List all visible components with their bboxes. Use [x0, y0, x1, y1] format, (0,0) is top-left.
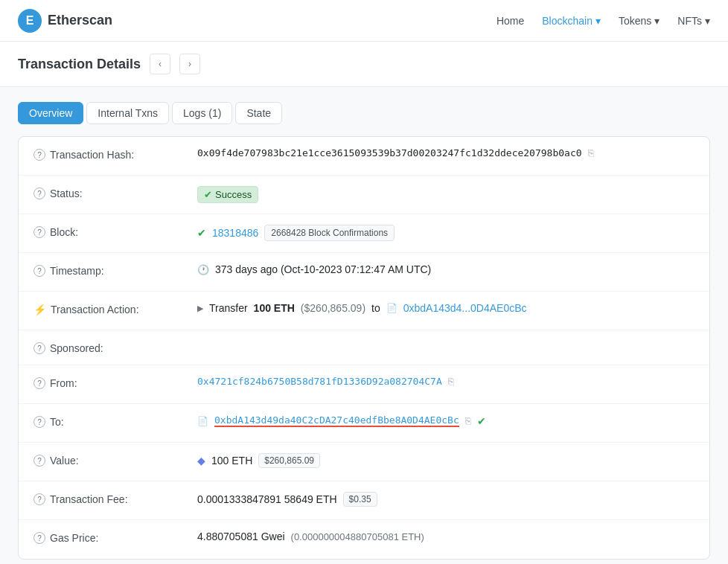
block-check-icon: ✔ — [197, 227, 206, 239]
status-label: ? Status: — [33, 186, 197, 199]
next-nav-button[interactable]: › — [179, 54, 200, 74]
gas-price-label: ? Gas Price: — [33, 531, 197, 544]
confirmations-badge: 2668428 Block Confirmations — [264, 225, 395, 241]
to-label: ? To: — [33, 414, 197, 428]
contract-doc-icon: 📄 — [386, 303, 397, 313]
value-amount: ◆ 100 ETH $260,865.09 — [197, 453, 695, 468]
logo[interactable]: E Etherscan — [18, 9, 112, 33]
transaction-hash-copy-icon[interactable]: ⎘ — [588, 147, 594, 158]
main-nav: Home Blockchain ▾ Tokens ▾ NFTs ▾ — [496, 15, 710, 27]
tab-internal-txns[interactable]: Internal Txns — [86, 102, 169, 124]
prev-nav-button[interactable]: ‹ — [150, 54, 170, 74]
block-row: ? Block: ✔ 18318486 2668428 Block Confir… — [19, 214, 709, 253]
from-address-link[interactable]: 0x4721cf824b6750B58d781fD1336D92a082704C… — [197, 376, 442, 387]
clock-icon: 🕐 — [197, 264, 209, 275]
transaction-action-label: ⚡ Transaction Action: — [33, 302, 197, 315]
page-title: Transaction Details — [18, 57, 141, 72]
action-to-text: to — [371, 302, 380, 314]
logo-icon: E — [18, 9, 42, 33]
action-usd: ($260,865.09) — [301, 302, 365, 314]
status-value: ✔ Success — [197, 186, 695, 203]
timestamp-value: 🕐 373 days ago (Oct-10-2023 07:12:47 AM … — [197, 263, 695, 275]
detail-card: ? Transaction Hash: 0x09f4de707983bc21e1… — [18, 136, 710, 560]
transaction-hash-text: 0x09f4de707983bc21e1cce3615093539b37d002… — [197, 147, 582, 158]
transaction-action-row: ⚡ Transaction Action: ▶ Transfer 100 ETH… — [19, 292, 709, 330]
nfts-chevron-icon: ▾ — [705, 15, 710, 27]
gas-price-row: ? Gas Price: 4.880705081 Gwei (0.0000000… — [19, 520, 709, 559]
to-value: 📄 0xbdA143d49da40C2cDA27c40edfBbe8A0D4AE… — [197, 414, 695, 427]
nav-tokens[interactable]: Tokens ▾ — [619, 15, 660, 27]
timestamp-row: ? Timestamp: 🕐 373 days ago (Oct-10-2023… — [19, 253, 709, 292]
tabs-container: Overview Internal Txns Logs (1) State — [18, 102, 710, 124]
from-value: 0x4721cf824b6750B58d781fD1336D92a082704C… — [197, 376, 695, 387]
header: E Etherscan Home Blockchain ▾ Tokens ▾ N… — [0, 0, 728, 42]
to-row: ? To: 📄 0xbdA143d49da40C2cDA27c40edfBbe8… — [19, 404, 709, 443]
gas-price-eth-text: (0.000000004880705081 ETH) — [291, 531, 424, 542]
eth-diamond-icon: ◆ — [197, 455, 205, 467]
value-usd-badge: $260,865.09 — [258, 453, 320, 468]
transaction-action-value: ▶ Transfer 100 ETH ($260,865.09) to 📄 0x… — [197, 302, 695, 314]
transaction-hash-value: 0x09f4de707983bc21e1cce3615093539b37d002… — [197, 147, 695, 158]
main-content: Overview Internal Txns Logs (1) State ? … — [0, 87, 728, 564]
lightning-icon: ⚡ — [33, 304, 46, 315]
block-value: ✔ 18318486 2668428 Block Confirmations — [197, 225, 695, 241]
from-label: ? From: — [33, 376, 197, 389]
action-prefix: Transfer — [209, 302, 248, 314]
status-badge: ✔ Success — [197, 186, 258, 203]
transaction-fee-label: ? Transaction Fee: — [33, 492, 197, 505]
transaction-fee-help-icon[interactable]: ? — [33, 493, 45, 505]
transaction-fee-row: ? Transaction Fee: 0.0001333847891 58649… — [19, 481, 709, 520]
action-to-address-link[interactable]: 0xbdA143d4...0D4AE0cBc — [403, 302, 527, 314]
tokens-chevron-icon: ▾ — [654, 15, 660, 27]
from-copy-icon[interactable]: ⎘ — [448, 376, 454, 387]
sponsored-label: ? Sponsored: — [33, 341, 197, 354]
tab-overview[interactable]: Overview — [18, 102, 83, 124]
to-address-link[interactable]: 0xbdA143d49da40C2cDA27c40edfBbe8A0D4AE0c… — [214, 414, 459, 427]
transaction-hash-label: ? Transaction Hash: — [33, 147, 197, 161]
to-verified-icon: ✔ — [477, 415, 486, 427]
block-help-icon[interactable]: ? — [33, 226, 45, 238]
action-amount: 100 ETH — [254, 302, 295, 314]
transaction-fee-value: 0.0001333847891 58649 ETH $0.35 — [197, 492, 695, 507]
value-help-icon[interactable]: ? — [33, 455, 45, 467]
blockchain-chevron-icon: ▾ — [596, 15, 601, 27]
logo-text: Etherscan — [48, 13, 112, 28]
block-number-link[interactable]: 18318486 — [212, 227, 258, 239]
transaction-fee-usd-badge: $0.35 — [343, 492, 377, 507]
to-copy-icon[interactable]: ⎘ — [465, 415, 471, 426]
nav-blockchain[interactable]: Blockchain ▾ — [542, 15, 601, 27]
page-header: Transaction Details ‹ › — [0, 42, 728, 87]
value-row: ? Value: ◆ 100 ETH $260,865.09 — [19, 443, 709, 481]
timestamp-label: ? Timestamp: — [33, 263, 197, 277]
transaction-hash-row: ? Transaction Hash: 0x09f4de707983bc21e1… — [19, 137, 709, 176]
status-help-icon[interactable]: ? — [33, 188, 45, 199]
sponsored-help-icon[interactable]: ? — [33, 342, 45, 354]
block-label: ? Block: — [33, 225, 197, 238]
timestamp-help-icon[interactable]: ? — [33, 265, 45, 277]
sponsored-row: ? Sponsored: — [19, 330, 709, 365]
tab-state[interactable]: State — [235, 102, 282, 124]
to-doc-icon: 📄 — [197, 416, 208, 426]
gas-price-value: 4.880705081 Gwei (0.000000004880705081 E… — [197, 531, 695, 542]
status-row: ? Status: ✔ Success — [19, 176, 709, 214]
tab-logs[interactable]: Logs (1) — [172, 102, 232, 124]
gas-price-help-icon[interactable]: ? — [33, 532, 45, 544]
check-icon: ✔ — [204, 189, 212, 200]
from-row: ? From: 0x4721cf824b6750B58d781fD1336D92… — [19, 365, 709, 404]
action-arrow-icon: ▶ — [197, 304, 203, 313]
value-label: ? Value: — [33, 453, 197, 467]
nav-home[interactable]: Home — [496, 15, 524, 27]
transaction-hash-help-icon[interactable]: ? — [33, 149, 45, 161]
nav-nfts[interactable]: NFTs ▾ — [677, 15, 710, 27]
to-help-icon[interactable]: ? — [33, 416, 45, 428]
from-help-icon[interactable]: ? — [33, 377, 45, 389]
